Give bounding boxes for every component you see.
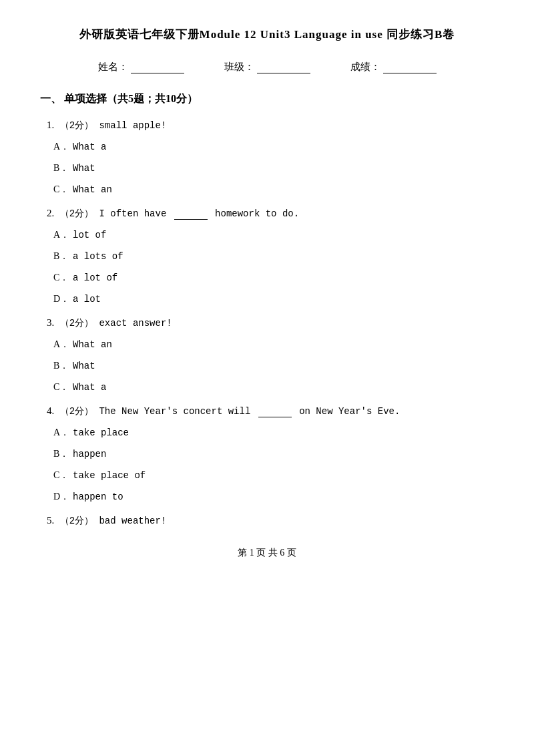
q1-option-c: C． What an bbox=[53, 184, 494, 196]
q2-score: （2分） bbox=[60, 208, 93, 219]
q5-num: 5. bbox=[47, 515, 54, 526]
q5-score: （2分） bbox=[60, 516, 93, 526]
question-3: 3. （2分） exact answer! A． What an B． What… bbox=[47, 317, 494, 393]
q2-opt-a-text: lot of bbox=[73, 230, 106, 240]
question-2: 2. （2分） I often have homework to do. A． … bbox=[47, 208, 494, 305]
q1-opt-c-text: What an bbox=[73, 184, 112, 195]
q3-opt-b-label: B． bbox=[53, 360, 70, 372]
name-label: 姓名： bbox=[98, 61, 128, 73]
class-field: 班级： bbox=[224, 61, 310, 73]
q1-opt-b-text: What bbox=[73, 163, 95, 174]
q3-opt-a-label: A． bbox=[53, 339, 70, 351]
q4-opt-c-text: take place of bbox=[73, 470, 146, 481]
page-title: 外研版英语七年级下册Module 12 Unit3 Language in us… bbox=[40, 27, 494, 42]
q4-opt-a-label: A． bbox=[53, 427, 70, 439]
q2-stem-prefix: I often have bbox=[99, 208, 166, 219]
q2-opt-a-label: A． bbox=[53, 229, 70, 241]
q1-option-a: A． What a bbox=[53, 141, 494, 153]
footer-text: 第 1 页 共 6 页 bbox=[238, 548, 296, 558]
section1-header: 一、 单项选择（共5题；共10分） bbox=[40, 92, 494, 106]
q2-num: 2. bbox=[47, 208, 54, 218]
q2-opt-c-text: a lot of bbox=[73, 272, 117, 283]
q3-opt-c-text: What a bbox=[73, 382, 106, 393]
q2-opt-b-label: B． bbox=[53, 250, 70, 262]
question-3-stem: 3. （2分） exact answer! bbox=[47, 317, 494, 329]
question-1: 1. （2分） small apple! A． What a B． What C… bbox=[47, 120, 494, 196]
q3-opt-a-text: What an bbox=[73, 339, 112, 350]
q3-score: （2分） bbox=[60, 318, 93, 329]
question-4-stem: 4. （2分） The New Year's concert will on N… bbox=[47, 405, 494, 417]
q2-stem-suffix: homework to do. bbox=[215, 208, 299, 219]
q4-opt-c-label: C． bbox=[53, 469, 70, 482]
q2-option-b: B． a lots of bbox=[53, 250, 494, 262]
question-2-stem: 2. （2分） I often have homework to do. bbox=[47, 208, 494, 220]
q2-opt-c-label: C． bbox=[53, 272, 70, 284]
q4-option-b: B． happen bbox=[53, 448, 494, 460]
q4-option-c: C． take place of bbox=[53, 469, 494, 482]
q5-stem-text: bad weather! bbox=[99, 516, 166, 526]
question-5-stem: 5. （2分） bad weather! bbox=[47, 515, 494, 527]
question-5: 5. （2分） bad weather! bbox=[47, 515, 494, 527]
q2-option-d: D． a lot bbox=[53, 293, 494, 305]
q1-opt-a-text: What a bbox=[73, 142, 106, 152]
q1-score: （2分） bbox=[60, 120, 93, 131]
q3-opt-b-text: What bbox=[73, 361, 95, 371]
q3-option-a: A． What an bbox=[53, 339, 494, 351]
q1-num: 1. bbox=[47, 120, 54, 130]
question-1-stem: 1. （2分） small apple! bbox=[47, 120, 494, 132]
q4-opt-a-text: take place bbox=[73, 427, 129, 438]
q4-blank bbox=[258, 417, 292, 417]
q2-opt-b-text: a lots of bbox=[73, 251, 123, 262]
q2-opt-d-text: a lot bbox=[73, 294, 101, 305]
name-underline bbox=[131, 61, 184, 73]
q2-opt-d-label: D． bbox=[53, 293, 70, 305]
q4-option-a: A． take place bbox=[53, 427, 494, 439]
q4-score: （2分） bbox=[60, 406, 93, 417]
q4-num: 4. bbox=[47, 405, 54, 416]
q2-option-c: C． a lot of bbox=[53, 272, 494, 284]
q1-opt-a-label: A． bbox=[53, 141, 70, 153]
q1-stem-text: small apple! bbox=[99, 120, 166, 131]
q1-option-b: B． What bbox=[53, 162, 494, 174]
q2-blank bbox=[174, 219, 208, 220]
q3-option-c: C． What a bbox=[53, 381, 494, 393]
q4-stem-suffix: on New Year's Eve. bbox=[299, 406, 400, 417]
score-field: 成绩： bbox=[350, 61, 437, 73]
class-label: 班级： bbox=[224, 61, 254, 73]
class-underline bbox=[257, 61, 310, 73]
q4-opt-d-text: happen to bbox=[73, 492, 123, 502]
q3-option-b: B． What bbox=[53, 360, 494, 372]
score-label: 成绩： bbox=[350, 61, 380, 73]
q3-stem-text: exact answer! bbox=[99, 318, 172, 329]
q2-option-a: A． lot of bbox=[53, 229, 494, 241]
score-underline bbox=[383, 61, 437, 73]
q3-opt-c-label: C． bbox=[53, 381, 70, 393]
page-footer: 第 1 页 共 6 页 bbox=[40, 547, 494, 559]
q4-option-d: D． happen to bbox=[53, 491, 494, 503]
q3-num: 3. bbox=[47, 317, 54, 328]
info-row: 姓名： 班级： 成绩： bbox=[40, 61, 494, 73]
q4-stem-prefix: The New Year's concert will bbox=[99, 406, 250, 417]
q4-opt-b-label: B． bbox=[53, 448, 70, 460]
q4-opt-d-label: D． bbox=[53, 491, 70, 503]
q1-opt-c-label: C． bbox=[53, 184, 70, 196]
q4-opt-b-text: happen bbox=[73, 449, 106, 459]
name-field: 姓名： bbox=[98, 61, 184, 73]
q1-opt-b-label: B． bbox=[53, 162, 70, 174]
question-4: 4. （2分） The New Year's concert will on N… bbox=[47, 405, 494, 503]
